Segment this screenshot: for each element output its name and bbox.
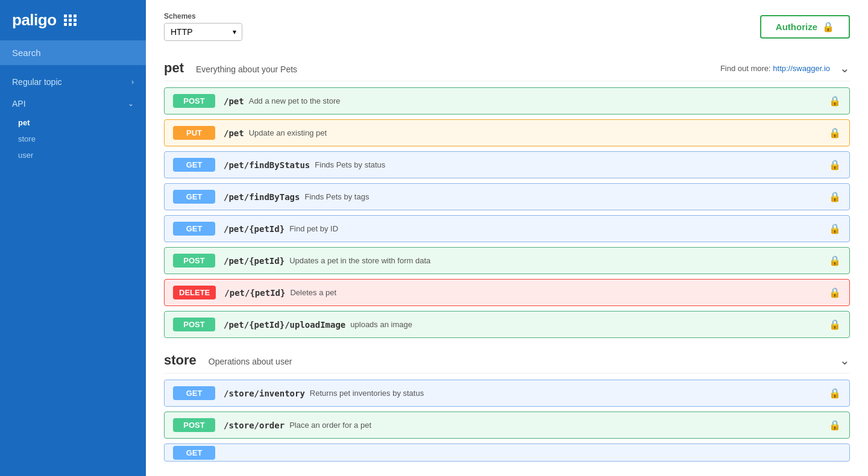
schemes-label: Schemes	[164, 12, 242, 20]
endpoint-post-uploadimage[interactable]: POST /pet/{petId}/uploadImage uploads an…	[164, 311, 850, 338]
logo-dots	[64, 14, 77, 26]
sidebar-item-pet[interactable]: pet	[12, 114, 146, 131]
lock-icon: 🔒	[822, 21, 834, 33]
endpoint-put-pet[interactable]: PUT /pet Update an existing pet 🔒	[164, 119, 850, 146]
endpoint-path: /store/order	[224, 421, 285, 430]
lock-icon: 🔒	[829, 159, 841, 171]
lock-icon: 🔒	[829, 419, 841, 431]
nav-sub-label: user	[18, 151, 33, 160]
endpoint-desc: Add a new pet to the store	[249, 96, 341, 105]
store-group-title-area: store Operations about user	[164, 352, 292, 368]
lock-icon: 🔒	[829, 223, 841, 234]
nav-sub-label: pet	[18, 118, 30, 127]
swagger-link[interactable]: http://swagger.io	[773, 64, 830, 73]
pet-group-desc: Everything about your Pets	[196, 64, 297, 74]
sidebar-nav: Regular topic › API ⌄ pet store user	[0, 65, 146, 169]
pet-group-right: Find out more: http://swagger.io ⌄	[720, 61, 850, 75]
store-group: store Operations about user ⌄ GET /store…	[164, 348, 850, 462]
lock-icon: 🔒	[829, 95, 841, 107]
lock-icon: 🔒	[829, 191, 841, 202]
api-section: API ⌄ pet store user	[0, 93, 146, 163]
method-badge: GET	[173, 446, 215, 460]
sidebar-item-store[interactable]: store	[12, 131, 146, 147]
endpoint-path: /pet/{petId}/uploadImage	[224, 320, 345, 330]
endpoint-desc: Finds Pets by tags	[304, 192, 369, 201]
store-collapse-icon[interactable]: ⌄	[840, 353, 850, 368]
method-badge: DELETE	[173, 286, 216, 299]
logo-text: paligo	[12, 11, 57, 30]
pet-group-title: pet	[164, 60, 184, 76]
chevron-right-icon: ›	[131, 78, 134, 86]
top-bar: Schemes HTTP HTTPS Authorize 🔒	[164, 12, 850, 41]
method-badge: GET	[173, 158, 215, 172]
endpoint-path: /pet/findByStatus	[224, 160, 310, 170]
endpoint-post-petid[interactable]: POST /pet/{petId} Updates a pet in the s…	[164, 247, 850, 274]
logo-dot	[64, 23, 67, 26]
endpoint-desc: uploads an image	[350, 320, 412, 329]
method-badge: POST	[173, 254, 215, 268]
endpoint-path: /pet/{petId}	[224, 288, 285, 298]
method-badge: GET	[173, 222, 215, 236]
logo-dot	[74, 14, 77, 17]
sidebar: paligo Search Regular topic › API ⌄ pet	[0, 0, 146, 476]
authorize-button[interactable]: Authorize 🔒	[760, 15, 850, 39]
method-badge: POST	[173, 94, 215, 108]
endpoint-desc: Update an existing pet	[249, 128, 327, 137]
pet-group: pet Everything about your Pets Find out …	[164, 55, 850, 338]
endpoint-desc: Returns pet inventories by status	[310, 389, 424, 398]
store-group-title: store	[164, 352, 197, 368]
endpoint-get-petid[interactable]: GET /pet/{petId} Find pet by ID 🔒	[164, 215, 850, 242]
endpoint-partial[interactable]: GET	[164, 443, 850, 462]
method-badge: GET	[173, 190, 215, 204]
method-badge: POST	[173, 418, 215, 432]
nav-sub-label: store	[18, 134, 36, 143]
pet-collapse-icon[interactable]: ⌄	[840, 61, 850, 75]
endpoint-get-findbytags[interactable]: GET /pet/findByTags Finds Pets by tags 🔒	[164, 183, 850, 210]
logo-dot	[69, 14, 72, 17]
endpoint-post-store-order[interactable]: POST /store/order Place an order for a p…	[164, 412, 850, 439]
endpoint-desc: Finds Pets by status	[315, 160, 385, 169]
endpoint-desc: Updates a pet in the store with form dat…	[289, 256, 430, 265]
chevron-down-icon: ⌄	[128, 99, 134, 108]
lock-icon: 🔒	[829, 319, 841, 330]
sidebar-item-user[interactable]: user	[12, 147, 146, 163]
main-content: Schemes HTTP HTTPS Authorize 🔒 pet Every…	[146, 0, 868, 476]
endpoint-delete-petid[interactable]: DELETE /pet/{petId} Deletes a pet 🔒	[164, 279, 850, 306]
pet-group-title-area: pet Everything about your Pets	[164, 60, 297, 76]
store-group-right: ⌄	[840, 353, 850, 368]
scheme-select-wrapper: HTTP HTTPS	[164, 23, 242, 41]
endpoint-path: /pet	[224, 96, 244, 106]
sidebar-item-api[interactable]: API ⌄	[12, 93, 146, 114]
endpoint-get-findbystatus[interactable]: GET /pet/findByStatus Finds Pets by stat…	[164, 151, 850, 178]
search-label: Search	[12, 48, 41, 58]
scheme-select[interactable]: HTTP HTTPS	[164, 23, 242, 41]
sidebar-item-label: API	[12, 99, 26, 108]
pet-group-link: Find out more: http://swagger.io	[720, 64, 830, 73]
logo-dot	[74, 19, 77, 22]
endpoint-path: /pet	[224, 128, 244, 138]
lock-icon: 🔒	[829, 387, 841, 399]
logo-dot	[64, 19, 67, 22]
endpoint-path: /pet/{petId}	[224, 256, 285, 266]
endpoint-post-pet[interactable]: POST /pet Add a new pet to the store 🔒	[164, 87, 850, 114]
schemes-section: Schemes HTTP HTTPS	[164, 12, 242, 41]
method-badge: PUT	[173, 126, 215, 140]
endpoint-path: /store/inventory	[224, 389, 305, 398]
logo-dot	[69, 19, 72, 22]
logo-dot	[69, 23, 72, 26]
endpoint-get-inventory[interactable]: GET /store/inventory Returns pet invento…	[164, 380, 850, 407]
endpoint-path: /pet/findByTags	[224, 192, 300, 202]
authorize-label: Authorize	[776, 22, 817, 32]
endpoint-desc: Find pet by ID	[289, 224, 338, 233]
lock-icon: 🔒	[829, 287, 841, 298]
search-item[interactable]: Search	[0, 40, 146, 65]
store-group-header: store Operations about user ⌄	[164, 348, 850, 374]
endpoint-path: /pet/{petId}	[224, 224, 285, 234]
logo-dot	[64, 14, 67, 17]
lock-icon: 🔒	[829, 127, 841, 139]
store-group-desc: Operations about user	[209, 357, 292, 366]
endpoint-desc: Deletes a pet	[290, 288, 336, 297]
method-badge: POST	[173, 318, 215, 331]
sidebar-item-regular-topic[interactable]: Regular topic ›	[0, 71, 146, 93]
logo-dot	[74, 23, 77, 26]
